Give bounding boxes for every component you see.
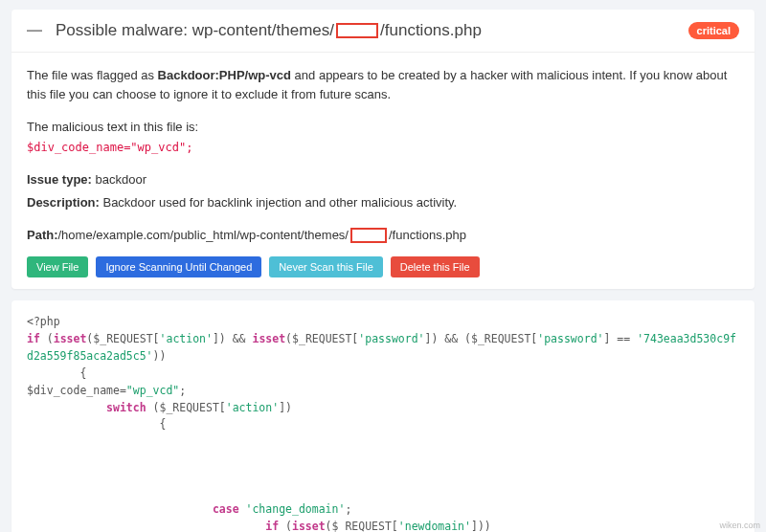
view-file-button[interactable]: View File <box>27 256 88 277</box>
severity-badge: critical <box>688 22 739 39</box>
delete-file-button[interactable]: Delete this File <box>391 256 480 277</box>
collapse-icon[interactable]: — <box>27 23 42 38</box>
title-text-post: /functions.php <box>380 21 482 40</box>
flag-name: Backdoor:PHP/wp-vcd <box>158 68 291 82</box>
card-title: Possible malware: wp-content/themes/ /fu… <box>56 21 688 40</box>
flag-description: The file was flagged as Backdoor:PHP/wp-… <box>27 66 739 104</box>
redacted-theme-name <box>336 23 378 38</box>
file-path-row: Path: /home/example.com/public_html/wp-c… <box>27 226 739 245</box>
never-scan-button[interactable]: Never Scan this File <box>269 256 382 277</box>
card-body: The file was flagged as Backdoor:PHP/wp-… <box>11 53 755 289</box>
card-header: — Possible malware: wp-content/themes/ /… <box>11 10 755 53</box>
issue-type-row: Issue type: backdoor <box>27 170 739 189</box>
code-block: <?php if (isset($_REQUEST['action']) && … <box>27 314 739 532</box>
title-text-pre: Possible malware: wp-content/themes/ <box>56 21 334 40</box>
ignore-button[interactable]: Ignore Scanning Until Changed <box>96 256 261 277</box>
scan-result-card: — Possible malware: wp-content/themes/ /… <box>11 10 755 289</box>
description-row: Description: Backdoor used for backlink … <box>27 193 739 212</box>
code-preview: <?php if (isset($_REQUEST['action']) && … <box>11 300 755 532</box>
redacted-path-segment <box>350 228 387 243</box>
action-buttons: View File Ignore Scanning Until Changed … <box>27 256 739 277</box>
malicious-text-code: $div_code_name="wp_vcd"; <box>27 139 739 157</box>
malicious-text-label: The malicious text in this file is: <box>27 118 739 137</box>
watermark: wiken.com <box>719 521 760 530</box>
